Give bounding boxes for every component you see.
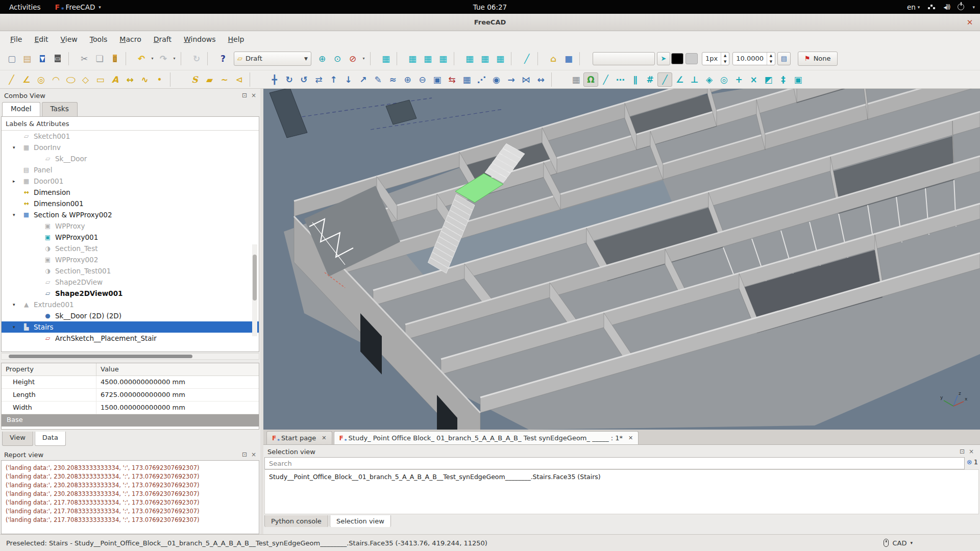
tree-item[interactable]: ▣ WPProxy002 (2, 254, 259, 265)
toolbar-button[interactable] (126, 52, 131, 65)
close-panel-icon[interactable]: × (969, 448, 974, 455)
tree-horizontal-scrollbar[interactable] (1, 353, 259, 360)
toolbar-button[interactable]: ▦ (420, 51, 435, 66)
toolbar-button[interactable]: ∥ (628, 72, 643, 87)
dock-tab[interactable]: Selection view (330, 515, 391, 527)
tree-item[interactable]: ▾ ■ Section & WPProxy002 (2, 209, 259, 220)
toolbar-button[interactable]: ✂ (77, 51, 92, 66)
property-value[interactable]: 6725.000000000000 mm (96, 389, 189, 401)
toolbar-button[interactable]: ∼ (217, 72, 232, 87)
document-tab[interactable]: F* Start page ✕ (266, 431, 332, 444)
toolbar-button[interactable] (579, 52, 585, 65)
toolbar-button[interactable]: # (643, 72, 657, 87)
property-row[interactable]: Length 6725.000000000000 mm (2, 389, 259, 402)
toolbar-button[interactable]: ╱ (4, 72, 19, 87)
menu-item[interactable]: Draft (148, 33, 178, 45)
toolbar-button[interactable]: ⊖ (415, 72, 430, 87)
window-title-bar[interactable]: FreeCAD ✕ (0, 14, 980, 31)
toolbar-button[interactable]: ↺ (297, 72, 311, 87)
toolbar-button[interactable]: ⋈ (519, 72, 533, 87)
toolbar-button[interactable]: ↔ (533, 72, 548, 87)
close-tab-icon[interactable]: ✕ (628, 435, 633, 441)
toolbar-button[interactable]: ▦ (477, 51, 493, 66)
tree-item[interactable]: ◑ Section_Test001 (2, 265, 259, 277)
tree-item[interactable]: ↔ Dimension001 (2, 198, 259, 209)
toolbar-button[interactable]: ∠ (19, 72, 34, 87)
volume-icon[interactable]: ◂))) (943, 4, 949, 11)
toolbar-button[interactable]: ╱ (657, 72, 672, 87)
toolbar-button[interactable]: ◎ (717, 72, 731, 87)
float-panel-icon[interactable]: ⊡ (242, 92, 247, 99)
toolbar-button[interactable]: ↓ (341, 72, 356, 87)
expander-icon[interactable]: ▾ (13, 302, 21, 307)
toolbar-button[interactable]: ▭ (50, 51, 65, 66)
menu-item[interactable]: View (55, 33, 84, 45)
property-row[interactable]: Height 4500.000000000000 mm (2, 376, 259, 389)
close-panel-icon[interactable]: × (251, 92, 256, 99)
scale-spinner[interactable]: 10.0000 ▲▼ (732, 52, 775, 65)
tree-item[interactable]: ▾ ▦ DoorInv (2, 142, 259, 153)
toolbar-button[interactable]: ≈ (385, 72, 400, 87)
apply-style-button[interactable]: ➤ (657, 52, 670, 65)
toolbar-button[interactable] (511, 52, 517, 65)
toolbar-button[interactable]: ◩ (761, 72, 776, 87)
toolbar-button[interactable]: • (152, 72, 167, 87)
toolbar-button[interactable]: ⊲ (232, 72, 247, 87)
dock-tab[interactable]: Python console (264, 515, 328, 527)
toolbar-button[interactable] (68, 52, 74, 65)
property-value[interactable]: 1500.000000000000 mm (96, 402, 189, 414)
spinner-arrows[interactable]: ▲▼ (767, 53, 775, 65)
toolbar-button[interactable]: ⊥ (687, 72, 702, 87)
toolbar-button[interactable] (181, 52, 186, 65)
toolbar-button[interactable]: ⇆ (445, 72, 459, 87)
toolbar-button[interactable]: + (731, 72, 746, 87)
toolbar-button[interactable] (537, 52, 543, 65)
expander-icon[interactable]: ▾ (13, 145, 21, 150)
property-tab[interactable]: View (2, 432, 33, 446)
tree-item[interactable]: ▱ Sketch001 (2, 131, 259, 142)
menu-item[interactable]: Edit (28, 33, 54, 45)
toolbar-button[interactable] (207, 52, 213, 65)
toolbar-button[interactable]: ◯ (63, 72, 78, 87)
toolbar-button[interactable]: ▣ (430, 72, 445, 87)
toolbar-button[interactable]: ⋰ (474, 72, 489, 87)
toolbar-button[interactable]: ⊘ (345, 51, 360, 66)
property-value[interactable]: 4500.000000000000 mm (96, 376, 189, 388)
network-icon[interactable] (928, 5, 935, 9)
tree-item[interactable]: ▸ ▦ Door001 (2, 176, 259, 187)
toolbar-button[interactable]: ↻ (282, 72, 297, 87)
toolbar-button[interactable]: ╱ (598, 72, 613, 87)
tree-item[interactable]: ▱ Shape2DView001 (2, 288, 259, 299)
document-tab[interactable]: F* Study_ Point Office Block_ 01_branch_… (334, 431, 639, 444)
float-panel-icon[interactable]: ⊡ (960, 448, 965, 455)
toolbar-button[interactable]: ▤ (19, 51, 35, 66)
clear-search-icon[interactable]: ⊗ (967, 458, 972, 466)
tree-item[interactable]: ↔ Dimension (2, 187, 259, 198)
report-view-log[interactable]: ('landing data:', 230.20833333333334, ':… (1, 460, 259, 534)
toolbar-button[interactable] (250, 72, 264, 87)
tree-item[interactable]: ▱ ArchSketch__Placement_Stair (2, 333, 259, 344)
toolbar-button[interactable]: ↑ (326, 72, 341, 87)
close-panel-icon[interactable]: × (251, 451, 256, 458)
toolbar-button[interactable]: ↗ (356, 72, 371, 87)
toolbar-button[interactable] (370, 52, 376, 65)
menu-item[interactable]: Windows (178, 33, 222, 45)
toolbar-button[interactable]: ◠ (48, 72, 63, 87)
toolbar-button[interactable]: ▾ (149, 51, 156, 66)
property-group-header[interactable]: Base (2, 414, 259, 427)
toolbar-button[interactable]: ⇄ (311, 72, 326, 87)
toolbar-button[interactable]: ▾ (171, 51, 178, 66)
toolbar-button[interactable]: ╋ (267, 72, 282, 87)
toolbar-button[interactable]: ↶ (134, 51, 149, 66)
combo-tab[interactable]: Model (2, 102, 40, 116)
property-tab[interactable]: Data (35, 432, 66, 446)
toolbar-button[interactable]: ▦ (493, 51, 508, 66)
property-row[interactable]: Width 1500.000000000000 mm (2, 402, 259, 414)
tree-item[interactable]: ▾ ▙ Stairs (2, 321, 259, 333)
autogroup-icon[interactable]: ▤ (777, 52, 791, 65)
toolbar-button[interactable]: → (504, 72, 519, 87)
toolbar-button[interactable]: ∿ (137, 72, 152, 87)
menu-item[interactable]: Macro (113, 33, 147, 45)
toolbar-button[interactable]: ↻ (189, 51, 204, 66)
toolbar-button[interactable] (551, 72, 566, 87)
